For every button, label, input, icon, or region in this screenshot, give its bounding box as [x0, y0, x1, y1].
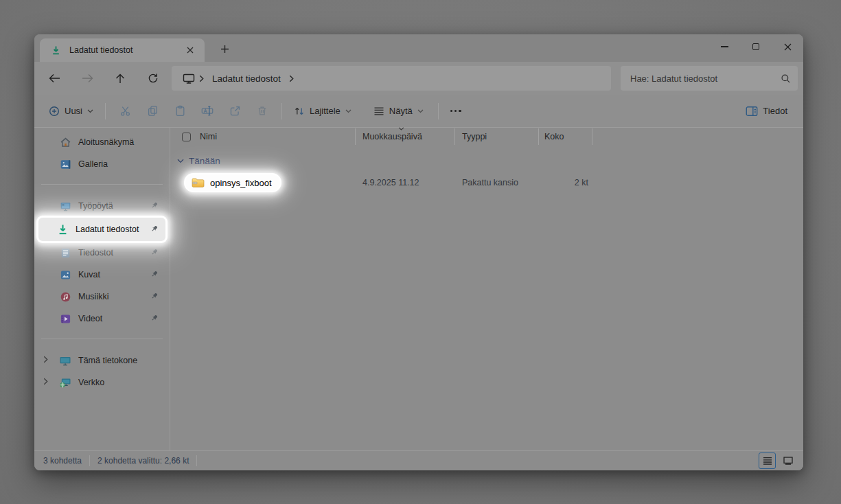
rename-button[interactable] [194, 100, 221, 123]
ellipsis-icon [450, 110, 461, 112]
file-row[interactable]: opinsys_fixboot 4.9.2025 11.12 Pakattu k… [170, 171, 803, 194]
sidebar-item-label: Galleria [78, 159, 108, 169]
sidebar-item-gallery[interactable]: Galleria [37, 154, 167, 174]
toolbar-separator [438, 103, 439, 119]
select-all-checkbox[interactable] [182, 133, 191, 141]
sidebar-item-downloads[interactable]: Ladatut tiedostot [38, 218, 165, 241]
cut-button[interactable] [111, 100, 139, 123]
paste-icon [174, 105, 186, 117]
search-icon[interactable] [781, 73, 791, 84]
chevron-expand-icon[interactable] [43, 378, 48, 385]
toolbar-separator [281, 103, 282, 119]
details-pane-button[interactable]: Tiedot [739, 100, 794, 123]
zip-folder-icon [192, 177, 205, 188]
column-header-type[interactable]: Tyyppi [455, 128, 539, 145]
back-button[interactable] [43, 67, 66, 90]
delete-button[interactable] [249, 100, 276, 123]
close-icon [784, 43, 792, 51]
view-button[interactable]: Näytä [367, 100, 430, 123]
large-icons-view-button[interactable] [779, 453, 796, 469]
file-explorer-window: Ladatut tiedostot [34, 34, 803, 470]
column-headers: Nimi Muokkauspäivä Tyyppi Koko [170, 128, 803, 145]
rename-icon [201, 105, 214, 117]
close-button[interactable] [772, 34, 803, 59]
more-options-button[interactable] [444, 100, 468, 123]
status-divider [89, 455, 90, 466]
details-view-button[interactable] [759, 453, 776, 469]
new-button-label: Uusi [65, 106, 82, 116]
sidebar-item-label: Musiikki [78, 292, 108, 301]
sidebar-item-pictures[interactable]: Kuvat [37, 264, 167, 285]
column-header-name[interactable]: Nimi [177, 128, 356, 145]
sidebar-item-this-pc[interactable]: Tämä tietokone [37, 350, 167, 371]
breadcrumb-item-downloads[interactable]: Ladatut tiedostot [212, 73, 281, 84]
sidebar-separator [41, 184, 163, 185]
sort-button[interactable]: Lajittele [288, 100, 358, 123]
maximize-button[interactable] [740, 34, 772, 59]
sidebar-item-network[interactable]: Verkko [37, 372, 167, 393]
group-header-today[interactable]: Tänään [177, 153, 803, 168]
large-icons-view-icon [783, 457, 793, 465]
item-count: 3 kohdetta [43, 456, 82, 466]
view-list-icon [373, 106, 384, 116]
refresh-button[interactable] [141, 67, 165, 90]
sidebar-item-label: Aloitusnäkymä [78, 137, 134, 147]
chevron-down-icon [345, 109, 352, 113]
copy-button[interactable] [139, 100, 166, 123]
search-box [621, 66, 798, 91]
group-label: Tänään [189, 156, 220, 166]
column-header-modified[interactable]: Muokkauspäivä [356, 128, 455, 145]
sidebar-item-desktop[interactable]: Työpöytä [37, 196, 167, 216]
maximize-icon [752, 43, 759, 50]
sidebar-item-music[interactable]: Musiikki [37, 286, 167, 307]
chevron-expand-icon[interactable] [43, 356, 48, 363]
share-button[interactable] [221, 100, 249, 123]
sidebar-item-videos[interactable]: Videot [37, 308, 167, 329]
sort-icon [294, 106, 305, 117]
status-divider [196, 455, 197, 466]
tab-downloads[interactable]: Ladatut tiedostot [40, 38, 205, 62]
new-tab-button[interactable] [214, 38, 235, 59]
chevron-right-icon[interactable] [289, 75, 294, 82]
forward-icon [82, 73, 93, 83]
sidebar-separator [41, 339, 163, 339]
chevron-down-icon [87, 109, 93, 113]
minimize-button[interactable] [708, 34, 740, 59]
plus-circle-icon [49, 106, 60, 117]
search-input[interactable] [630, 73, 781, 84]
gallery-icon [59, 158, 71, 170]
column-label: Muokkauspäivä [362, 132, 422, 141]
chevron-right-icon [199, 75, 204, 82]
navigation-pane: Aloitusnäkymä Galleria Työpöytä [34, 128, 170, 450]
refresh-icon [148, 73, 159, 84]
up-button[interactable] [108, 67, 132, 90]
chevron-collapse-icon[interactable] [177, 159, 184, 163]
sidebar-item-home[interactable]: Aloitusnäkymä [37, 132, 167, 152]
sidebar-item-documents[interactable]: Tiedostot [37, 242, 167, 263]
column-header-size[interactable]: Koko [539, 128, 592, 145]
paste-button[interactable] [166, 100, 194, 123]
file-size: 2 kt [539, 178, 592, 187]
location-device-icon[interactable] [183, 73, 195, 84]
file-modified: 4.9.2025 11.12 [356, 178, 455, 187]
pictures-icon [59, 268, 71, 281]
share-icon [229, 105, 241, 117]
pin-icon [150, 292, 159, 300]
new-button[interactable]: Uusi [43, 100, 100, 123]
this-pc-icon [59, 354, 71, 367]
sort-button-label: Lajittele [310, 106, 341, 116]
tab-title: Ladatut tiedostot [69, 45, 183, 55]
copy-icon [147, 105, 159, 117]
download-icon [51, 45, 61, 56]
minimize-icon [721, 46, 728, 47]
forward-button[interactable] [76, 67, 99, 90]
column-label: Nimi [200, 132, 217, 141]
file-type: Pakattu kansio [455, 178, 539, 187]
file-list-pane: Nimi Muokkauspäivä Tyyppi Koko [170, 128, 803, 450]
pin-icon [150, 314, 159, 322]
tab-close-icon[interactable] [183, 43, 198, 58]
file-opinsys-fixboot[interactable]: opinsys_fixboot [185, 174, 280, 191]
sidebar-item-label: Verkko [78, 378, 104, 387]
toolbar-separator [105, 103, 106, 119]
status-bar: 3 kohdetta 2 kohdetta valittu: 2,66 kt [34, 450, 803, 470]
